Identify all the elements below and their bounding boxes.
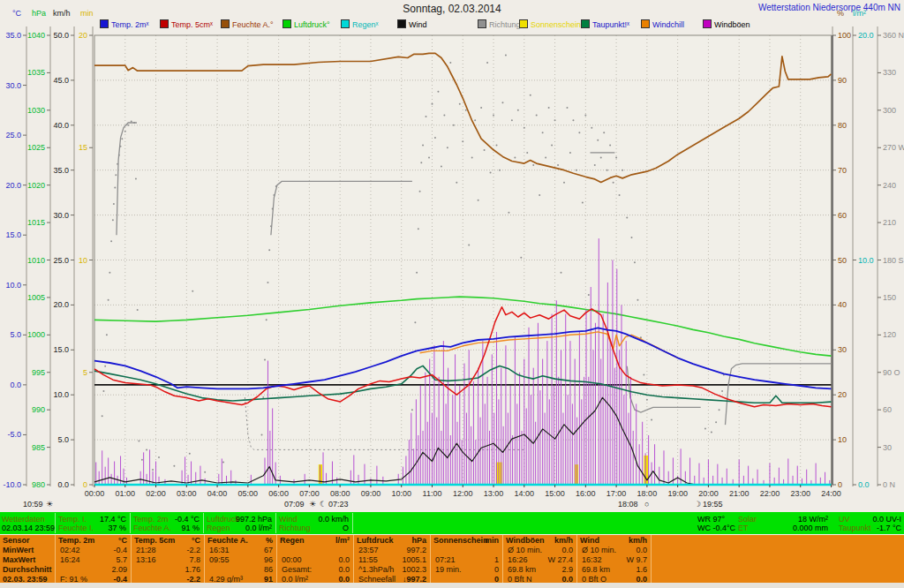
svg-text:20.0: 20.0 bbox=[5, 181, 21, 190]
svg-text:15:00: 15:00 bbox=[545, 489, 565, 498]
svg-text:980: 980 bbox=[32, 480, 45, 489]
svg-text:60: 60 bbox=[883, 405, 892, 414]
svg-text:19:00: 19:00 bbox=[667, 489, 688, 498]
table-cell: 86 bbox=[211, 565, 273, 574]
table-cell: 96 bbox=[211, 555, 273, 564]
svg-text:0.0: 0.0 bbox=[10, 381, 21, 389]
svg-text:km/h: km/h bbox=[53, 9, 71, 18]
svg-text:10.0: 10.0 bbox=[5, 281, 21, 290]
svg-text:5: 5 bbox=[83, 368, 87, 377]
svg-text:0.0: 0.0 bbox=[57, 480, 69, 489]
statusbar-separator bbox=[352, 513, 353, 533]
table-separator bbox=[204, 535, 205, 584]
svg-text:10: 10 bbox=[79, 256, 87, 265]
svg-text:13:00: 13:00 bbox=[484, 489, 504, 498]
statusbar-cell: O bbox=[243, 524, 349, 532]
sunrise-time: 07:09 bbox=[284, 500, 305, 509]
table-cell: hPa bbox=[365, 536, 426, 545]
svg-text:10:00: 10:00 bbox=[391, 489, 411, 498]
table-cell: % bbox=[211, 536, 273, 545]
day-length-label: 10:59 bbox=[23, 500, 43, 509]
table-cell: 1 bbox=[437, 555, 499, 564]
axis-min: min05101520 bbox=[79, 9, 94, 489]
svg-text:5.0: 5.0 bbox=[10, 330, 21, 339]
svg-text:1000: 1000 bbox=[27, 330, 45, 339]
svg-text:1015: 1015 bbox=[27, 218, 45, 227]
table-cell: Sensor bbox=[3, 536, 30, 545]
table-separator bbox=[276, 535, 277, 584]
table-cell: 0 bbox=[437, 565, 499, 574]
table-cell: l/m² bbox=[288, 536, 350, 545]
moonset-time: 07:23 bbox=[328, 500, 349, 509]
svg-text:20:00: 20:00 bbox=[698, 489, 719, 498]
table-cell: km/h bbox=[511, 536, 573, 545]
table-cell: 1.6 bbox=[585, 565, 647, 574]
svg-text:210: 210 bbox=[883, 218, 896, 227]
svg-text:40.0: 40.0 bbox=[53, 121, 69, 130]
svg-text:20.0: 20.0 bbox=[858, 31, 874, 40]
weather-chart: °C-10.0-5.00.05.010.015.020.025.030.035.… bbox=[0, 0, 904, 510]
table-cell: MaxWert bbox=[3, 555, 35, 564]
svg-text:20: 20 bbox=[79, 31, 87, 40]
svg-text:5.0: 5.0 bbox=[57, 435, 69, 444]
svg-text:03:00: 03:00 bbox=[177, 489, 197, 498]
axis-°C: °C-10.0-5.00.05.010.015.020.025.030.035.… bbox=[3, 9, 26, 489]
svg-text:23:00: 23:00 bbox=[790, 489, 810, 498]
svg-text:l/m²: l/m² bbox=[853, 9, 866, 18]
moonrise-time: 19:55 bbox=[703, 500, 723, 509]
table-cell: 0.0 bbox=[585, 546, 647, 554]
svg-text:24:00: 24:00 bbox=[821, 489, 841, 498]
svg-text:330: 330 bbox=[883, 68, 896, 77]
svg-text:0: 0 bbox=[838, 480, 842, 489]
svg-text:21:00: 21:00 bbox=[729, 489, 750, 498]
svg-text:90 O: 90 O bbox=[883, 368, 900, 377]
table-separator bbox=[651, 535, 652, 584]
svg-text:min: min bbox=[80, 9, 94, 18]
table-cell: W 27.4 bbox=[511, 555, 573, 564]
svg-text:40: 40 bbox=[838, 300, 847, 309]
table-cell: 7.8 bbox=[139, 555, 200, 564]
svg-text:1035: 1035 bbox=[27, 68, 45, 77]
svg-text:16:00: 16:00 bbox=[576, 489, 596, 498]
svg-text:18:00: 18:00 bbox=[637, 489, 658, 498]
table-separator bbox=[430, 535, 431, 584]
svg-text:09:00: 09:00 bbox=[361, 489, 381, 498]
table-cell: 1.76 bbox=[139, 565, 200, 574]
table-cell: 997.2 bbox=[365, 546, 426, 554]
svg-text:120: 120 bbox=[883, 330, 896, 339]
svg-text:0: 0 bbox=[83, 480, 87, 489]
svg-text:25.0: 25.0 bbox=[5, 131, 21, 139]
table-cell: min bbox=[437, 536, 499, 545]
table-cell: 2.9 bbox=[511, 565, 573, 574]
svg-text:01:00: 01:00 bbox=[116, 489, 136, 498]
svg-text:05:00: 05:00 bbox=[238, 489, 259, 498]
svg-text:07:00: 07:00 bbox=[299, 489, 320, 498]
svg-text:995: 995 bbox=[32, 368, 45, 377]
svg-text:990: 990 bbox=[32, 405, 45, 414]
sunset-sun-icon: ○ bbox=[644, 500, 649, 509]
table-separator bbox=[576, 535, 577, 584]
svg-text:30: 30 bbox=[883, 443, 892, 452]
status-bar: ☁❄ ❄ Wetterdaten02.03.14 23:59Temp. I.17… bbox=[0, 512, 904, 534]
svg-text:45.0: 45.0 bbox=[53, 76, 69, 85]
svg-text:1030: 1030 bbox=[27, 106, 45, 115]
table-cell: -0.4 bbox=[65, 546, 127, 554]
svg-text:06:00: 06:00 bbox=[268, 489, 289, 498]
table-separator bbox=[131, 535, 132, 584]
svg-text:%: % bbox=[837, 9, 844, 18]
statusbar-cell: 0.0 km/h bbox=[243, 515, 349, 524]
svg-text:hPa: hPa bbox=[32, 9, 46, 18]
table-separator bbox=[353, 535, 354, 584]
table-cell: °C bbox=[65, 536, 127, 545]
svg-text:°C: °C bbox=[12, 9, 22, 18]
svg-text:1010: 1010 bbox=[27, 256, 45, 265]
statusbar-cell: 0.0 UV-I bbox=[795, 515, 901, 524]
table-cell: °C bbox=[139, 536, 200, 545]
table-cell: 67 bbox=[211, 546, 273, 554]
svg-text:270 W: 270 W bbox=[883, 143, 904, 152]
table-cell: km/h bbox=[585, 536, 647, 545]
svg-text:100: 100 bbox=[838, 31, 851, 40]
svg-text:360 N: 360 N bbox=[883, 31, 904, 40]
svg-text:17:00: 17:00 bbox=[606, 489, 627, 498]
sunrise-sun-icon: ☀ bbox=[309, 500, 316, 509]
